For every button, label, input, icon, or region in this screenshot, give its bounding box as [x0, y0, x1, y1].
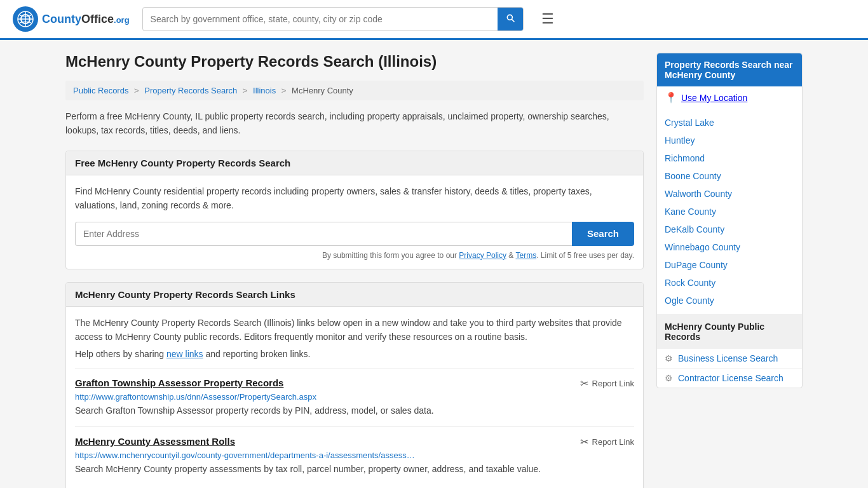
free-search-section: Free McHenry County Property Records Sea…	[65, 151, 644, 269]
links-section-description: The McHenry County Property Records Sear…	[75, 316, 634, 344]
record-url-2[interactable]: https://www.mchenrycountyil.gov/county-g…	[75, 451, 634, 460]
new-links-link[interactable]: new links	[166, 349, 203, 359]
links-section: McHenry County Property Records Search L…	[65, 282, 644, 488]
free-search-description: Find McHenry County residential property…	[75, 184, 634, 213]
header: CountyOffice.org ☰	[0, 0, 868, 40]
main-container: McHenry County Property Records Search (…	[53, 40, 815, 488]
sidebar-item-boone-county: Boone County	[657, 167, 802, 185]
privacy-policy-link[interactable]: Privacy Policy	[459, 251, 506, 260]
links-section-body: The McHenry County Property Records Sear…	[66, 307, 643, 488]
sidebar-item-huntley: Huntley	[657, 132, 802, 149]
address-form: Search	[75, 222, 634, 246]
free-search-heading: Free McHenry County Property Records Sea…	[66, 151, 643, 175]
record-desc-1: Search Grafton Township Assessor propert…	[75, 404, 634, 417]
report-link-button-2[interactable]: ✂ Report Link	[580, 436, 634, 448]
address-search-button[interactable]: Search	[572, 222, 634, 246]
logo-icon	[13, 6, 38, 32]
sidebar-use-my-location[interactable]: 📍 Use My Location	[657, 86, 802, 109]
share-links-text: Help others by sharing new links and rep…	[75, 349, 634, 359]
record-item-header: Grafton Township Assessor Property Recor…	[75, 377, 634, 390]
header-search-button[interactable]	[498, 8, 523, 30]
sidebar-property-search-box: Property Records Search near McHenry Cou…	[656, 53, 803, 388]
sidebar-public-item-contractor-license: ⚙ Contractor License Search	[657, 368, 802, 388]
breadcrumb: Public Records > Property Records Search…	[65, 81, 644, 100]
business-license-search-link[interactable]: Business License Search	[678, 353, 778, 363]
breadcrumb-property-records-search[interactable]: Property Records Search	[144, 86, 237, 95]
logo-link[interactable]: CountyOffice.org	[13, 6, 130, 32]
sidebar-item-crystal-lake: Crystal Lake	[657, 114, 802, 132]
sidebar-public-item-business-license: ⚙ Business License Search	[657, 348, 802, 368]
form-limit-note: . Limit of 5 free uses per day.	[536, 251, 634, 260]
record-item: McHenry County Assessment Rolls ✂ Report…	[75, 426, 634, 485]
breadcrumb-illinois[interactable]: Illinois	[253, 86, 276, 95]
record-title-1[interactable]: Grafton Township Assessor Property Recor…	[75, 377, 283, 388]
address-input[interactable]	[75, 222, 572, 246]
sidebar-item-walworth-county: Walworth County	[657, 185, 802, 203]
terms-link[interactable]: Terms	[515, 251, 536, 260]
gear-icon-contractor: ⚙	[665, 373, 673, 383]
contractor-license-search-link[interactable]: Contractor License Search	[678, 373, 783, 383]
page-title: McHenry County Property Records Search (…	[65, 53, 644, 71]
sidebar-nearby-list: Crystal Lake Huntley Richmond Boone Coun…	[657, 109, 802, 315]
record-item: Grafton Township Assessor Property Recor…	[75, 368, 634, 426]
gear-icon-business: ⚙	[665, 353, 673, 363]
location-pin-icon: 📍	[665, 92, 677, 104]
header-search-input[interactable]	[143, 9, 498, 29]
scissors-icon-2: ✂	[580, 436, 588, 448]
main-content: McHenry County Property Records Search (…	[65, 53, 644, 488]
sidebar-item-richmond: Richmond	[657, 149, 802, 167]
sidebar-item-kane-county: Kane County	[657, 203, 802, 220]
hamburger-menu-button[interactable]: ☰	[536, 8, 559, 30]
report-link-button-1[interactable]: ✂ Report Link	[580, 377, 634, 390]
use-my-location-link[interactable]: Use My Location	[681, 93, 747, 103]
free-search-body: Find McHenry County residential property…	[66, 175, 643, 269]
page-description: Perform a free McHenry County, IL public…	[65, 109, 644, 138]
header-search-bar	[142, 7, 524, 31]
breadcrumb-mchenry-county: McHenry County	[292, 86, 353, 95]
form-note: By submitting this form you agree to our…	[75, 251, 634, 260]
logo-text: CountyOffice.org	[42, 13, 130, 26]
record-item-header: McHenry County Assessment Rolls ✂ Report…	[75, 436, 634, 448]
breadcrumb-public-records[interactable]: Public Records	[73, 86, 128, 95]
sidebar-public-records-heading: McHenry County Public Records	[657, 315, 802, 348]
record-title-2[interactable]: McHenry County Assessment Rolls	[75, 436, 235, 447]
links-section-heading: McHenry County Property Records Search L…	[66, 283, 643, 307]
scissors-icon-1: ✂	[580, 377, 588, 390]
sidebar-item-winnebago-county: Winnebago County	[657, 238, 802, 256]
sidebar: Property Records Search near McHenry Cou…	[656, 53, 803, 488]
sidebar-item-ogle-county: Ogle County	[657, 292, 802, 309]
sidebar-property-search-heading: Property Records Search near McHenry Cou…	[657, 53, 802, 86]
record-url-1[interactable]: http://www.graftontownship.us/dnn/Assess…	[75, 392, 634, 402]
sidebar-item-dekalb-county: DeKalb County	[657, 220, 802, 238]
record-desc-2: Search McHenry County property assessmen…	[75, 463, 634, 476]
sidebar-item-rock-county: Rock County	[657, 274, 802, 292]
sidebar-item-dupage-county: DuPage County	[657, 256, 802, 274]
